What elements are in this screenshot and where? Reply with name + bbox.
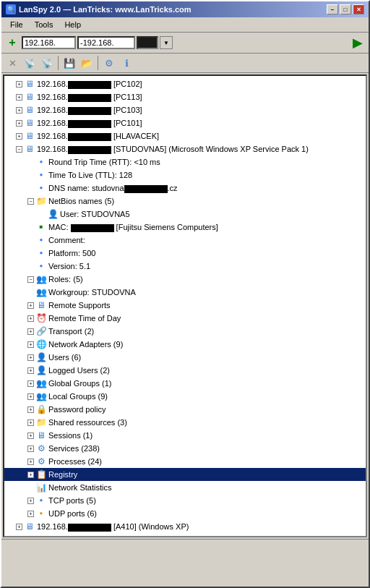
expand-services[interactable]: + (27, 446, 34, 452)
tree-row-pc102[interactable]: + 🖥 192.168. [PC102] (4, 77, 366, 90)
expand-hlavacek[interactable]: + (16, 133, 22, 140)
tree-row-dns[interactable]: ● DNS name: studovna .cz (4, 182, 366, 195)
close-button[interactable]: ✕ (353, 4, 364, 14)
tree-row-netbios[interactable]: − 📁 NetBios names (5) (4, 195, 366, 208)
label-remote-supports: Remote Supports (48, 299, 111, 311)
computer-icon: 🖥 (24, 92, 35, 102)
expand-a410[interactable]: + (16, 524, 22, 530)
tree-row-roles[interactable]: − 👥 Roles: (5) (4, 273, 366, 286)
expand-sessions[interactable]: + (27, 433, 34, 439)
label-pc103: 192.168. [PC103] (37, 104, 142, 116)
expand-net-adapters[interactable]: + (27, 341, 34, 348)
address-input-start[interactable] (22, 36, 76, 49)
go-button[interactable]: ▶ (350, 35, 366, 51)
label-gymn: 192.168. [GYMN][ZIS] (37, 534, 158, 536)
tree-row-pc101[interactable]: + 🖥 192.168. [PC101] (4, 116, 366, 129)
tree-row-version[interactable]: ● Version: 5.1 (4, 260, 366, 273)
expand-shared[interactable]: + (27, 419, 34, 426)
scan-button[interactable]: 📡 (22, 55, 38, 71)
redacted-hlavacek (68, 133, 111, 141)
expand-studovna5[interactable]: − (16, 146, 22, 153)
tree-row-comment[interactable]: ● Comment: (4, 234, 366, 247)
expand-registry[interactable]: + (27, 472, 34, 478)
label-a410: 192.168. [A410] (Windows XP) (37, 521, 189, 532)
tree-row-transport[interactable]: + 🔗 Transport (2) (4, 325, 366, 338)
expand-users[interactable]: + (27, 354, 34, 361)
tree-row-pc113[interactable]: + 🖥 192.168. [PC113] (4, 90, 366, 103)
tree-row-tcp[interactable]: + ● TCP ports (5) (4, 494, 366, 507)
open-button[interactable]: 📂 (79, 55, 95, 71)
tree-view[interactable]: + 🖥 192.168. [PC102] + 🖥 192.168. [PC113… (4, 76, 366, 536)
expand-pc102[interactable]: + (16, 81, 22, 88)
tree-row-services[interactable]: + ⚙ Services (238) (4, 442, 366, 455)
expand-pc113[interactable]: + (16, 94, 22, 101)
maximize-button[interactable]: □ (340, 4, 351, 14)
tree-row-udp[interactable]: + ● UDP ports (6) (4, 507, 366, 520)
tree-row-remote-time[interactable]: + ⏰ Remote Time of Day (4, 312, 366, 325)
expand-netbios[interactable]: − (27, 198, 34, 205)
tree-row-remote-supports[interactable]: + 🖥 Remote Supports (4, 299, 366, 312)
redacted-mac (71, 224, 114, 232)
net-stats-icon: 📊 (35, 482, 47, 493)
tree-row-studovna5[interactable]: − 🖥 192.168. [STUDOVNA5] (Microsoft Wind… (4, 142, 366, 155)
expand-local-groups[interactable]: + (27, 393, 34, 400)
expand-logged-users[interactable]: + (27, 367, 34, 374)
save-button[interactable]: 💾 (61, 55, 77, 71)
tree-row-pc103[interactable]: + 🖥 192.168. [PC103] (4, 103, 366, 116)
label-net-adapters: Network Adapters (9) (48, 338, 123, 350)
expand-pc101[interactable]: + (16, 120, 22, 127)
redacted-pc101 (68, 120, 111, 128)
minimize-button[interactable]: − (327, 4, 338, 14)
expand-password[interactable]: + (27, 406, 34, 413)
expand-processes[interactable]: + (27, 459, 34, 465)
tree-row-local-groups[interactable]: + 👥 Local Groups (9) (4, 390, 366, 403)
tree-row-hlavacek[interactable]: + 🖥 192.168. [HLAVACEK] (4, 129, 366, 142)
expand-transport[interactable]: + (27, 328, 34, 335)
menu-tools[interactable]: Tools (29, 19, 59, 30)
tree-row-shared[interactable]: + 📁 Shared ressources (3) (4, 416, 366, 429)
tree-row-net-adapters[interactable]: + 🌐 Network Adapters (9) (4, 338, 366, 351)
address-input-extra[interactable] (137, 36, 158, 49)
tree-row-ttl[interactable]: ● Time To Live (TTL): 128 (4, 169, 366, 182)
expand-roles[interactable]: − (27, 276, 34, 283)
menu-help[interactable]: Help (59, 19, 87, 30)
computer-icon: 🖥 (24, 144, 35, 154)
expand-remote-supports[interactable]: + (27, 302, 34, 309)
tree-row-users[interactable]: + 👤 Users (6) (4, 351, 366, 364)
menu-file[interactable]: File (4, 19, 29, 30)
tree-row-rtt[interactable]: ● Round Trip Time (RTT): <10 ms (4, 155, 366, 169)
tree-row-registry[interactable]: + 📋 Registry (4, 468, 366, 481)
redacted-pc102 (68, 81, 111, 89)
address-input-end[interactable] (77, 36, 135, 49)
options-button[interactable]: ⚙ (101, 55, 117, 71)
menubar: File Tools Help (1, 17, 369, 33)
toolbar-address: + ▼ ▶ (1, 33, 369, 54)
tree-row-platform[interactable]: ● Platform: 500 (4, 247, 366, 260)
tree-row-a410[interactable]: + 🖥 192.168. [A410] (Windows XP) (4, 520, 366, 533)
expand-udp[interactable]: + (27, 511, 34, 517)
statusbar (1, 539, 369, 553)
label-remote-time: Remote Time of Day (48, 312, 121, 324)
tree-row-net-stats[interactable]: 📊 Network Statistics (4, 481, 366, 494)
expand-remote-time[interactable]: + (27, 315, 34, 322)
toolbar-sep1 (58, 56, 59, 70)
add-button[interactable]: + (4, 35, 20, 51)
tree-row-mac[interactable]: ■ MAC: [Fujitsu Siemens Computers] (4, 221, 366, 234)
tree-row-gymn[interactable]: + 🖥 192.168. [GYMN][ZIS] (4, 533, 366, 536)
info-button[interactable]: ℹ (119, 55, 134, 71)
expand-pc103[interactable]: + (16, 107, 22, 114)
tree-row-processes[interactable]: + ⚙ Processes (24) (4, 455, 366, 468)
tree-row-global-groups[interactable]: + 👥 Global Groups (1) (4, 377, 366, 390)
dot-icon-version: ● (35, 261, 47, 271)
tree-row-workgroup[interactable]: 👥 Workgroup: STUDOVNA (4, 286, 366, 299)
expand-tcp[interactable]: + (27, 498, 34, 504)
tree-row-logged-users[interactable]: + 👤 Logged Users (2) (4, 364, 366, 377)
tree-row-sessions[interactable]: + 🖥 Sessions (1) (4, 429, 366, 442)
scan2-button[interactable]: 📡 (39, 55, 55, 71)
tree-row-user-studovna5[interactable]: 👤 User: STUDOVNA5 (4, 208, 366, 221)
label-local-groups: Local Groups (9) (48, 391, 108, 402)
tree-row-password-policy[interactable]: + 🔒 Password policy (4, 403, 366, 416)
expand-global-groups[interactable]: + (27, 380, 34, 387)
stop-button[interactable]: ✕ (4, 55, 20, 71)
address-dropdown[interactable]: ▼ (160, 36, 173, 49)
